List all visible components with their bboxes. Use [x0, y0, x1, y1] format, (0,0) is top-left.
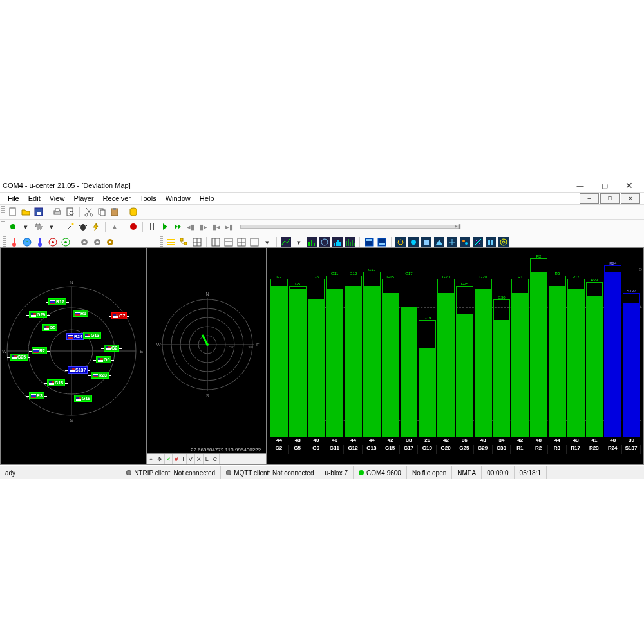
mdi-restore-button[interactable]: □: [600, 193, 620, 204]
view-g-icon[interactable]: [472, 236, 484, 248]
dev-tool-x-button[interactable]: X: [195, 454, 204, 464]
dropdown-icon[interactable]: ▾: [261, 236, 273, 248]
view-i-icon[interactable]: [498, 236, 509, 248]
print-preview-icon[interactable]: [64, 206, 76, 218]
status-ready: ady: [0, 466, 21, 479]
svg-point-78: [411, 240, 416, 245]
menu-file[interactable]: FFileile: [4, 194, 23, 202]
skip-fwd-button[interactable]: ▸▮: [223, 221, 235, 232]
dock1-icon[interactable]: [363, 236, 375, 248]
eject-icon[interactable]: ▲: [109, 221, 120, 232]
dev-tool-v-button[interactable]: V: [187, 454, 195, 464]
pause-button[interactable]: [146, 221, 158, 232]
dock2-icon[interactable]: [376, 236, 388, 248]
view-h-icon[interactable]: [485, 236, 497, 248]
menu-tools[interactable]: Tools: [136, 194, 160, 202]
signal-wave-icon[interactable]: [33, 221, 44, 232]
bug-icon[interactable]: [77, 221, 89, 232]
list-view-icon[interactable]: [166, 236, 177, 248]
chart-line-icon[interactable]: [280, 236, 292, 248]
window-minimize-button[interactable]: —: [569, 180, 591, 191]
step-back-button[interactable]: ◂▮: [185, 221, 196, 232]
step-fwd-button[interactable]: ▮▸: [198, 221, 209, 232]
toolbar-grip[interactable]: [160, 236, 163, 248]
window-close-button[interactable]: ✕: [618, 180, 640, 191]
tree-view-icon[interactable]: [178, 236, 190, 248]
dev-tool-target-icon[interactable]: ⌖: [147, 454, 155, 464]
gear-icon[interactable]: [79, 236, 90, 248]
play-button[interactable]: [159, 221, 171, 232]
player-position-slider[interactable]: ▸▮: [240, 225, 460, 229]
layout4-icon[interactable]: [249, 236, 260, 248]
dev-tool-i-button[interactable]: I: [180, 454, 187, 464]
view-c-icon[interactable]: [421, 236, 432, 248]
svg-point-22: [23, 238, 31, 246]
gear3-icon[interactable]: [104, 236, 116, 248]
window-maximize-button[interactable]: ▢: [594, 180, 616, 191]
dev-tool-lt-icon[interactable]: <: [165, 454, 173, 464]
dev-tool-move-icon[interactable]: ✥: [155, 454, 165, 464]
layout1-icon[interactable]: [210, 236, 222, 248]
view-d-icon[interactable]: [433, 236, 445, 248]
chart-spectrum-icon[interactable]: [345, 236, 356, 248]
dropdown-icon[interactable]: ▾: [293, 236, 305, 248]
print-icon[interactable]: [52, 206, 63, 218]
toolbar-grip[interactable]: [1, 206, 5, 218]
new-file-icon[interactable]: [7, 206, 19, 218]
dev-tool-c-button[interactable]: C: [211, 454, 220, 464]
dropdown-icon[interactable]: ▾: [20, 221, 32, 232]
connect-icon[interactable]: [7, 221, 19, 232]
thermometer-icon[interactable]: [8, 236, 20, 248]
signal-bar-R24: R24: [604, 248, 621, 437]
view-e-icon[interactable]: [446, 236, 458, 248]
open-file-icon[interactable]: [20, 206, 32, 218]
gear2-icon[interactable]: [91, 236, 103, 248]
menu-player[interactable]: Player: [70, 194, 97, 202]
svg-rect-56: [311, 240, 312, 246]
view-a-icon[interactable]: [395, 236, 406, 248]
svg-rect-38: [180, 238, 183, 241]
chart-bars-icon[interactable]: [332, 236, 343, 248]
dev-tool-l-button[interactable]: L: [204, 454, 211, 464]
chart-signal-icon[interactable]: [306, 236, 317, 248]
satellite-R23: R23: [91, 372, 109, 379]
menu-window[interactable]: Window: [162, 194, 194, 202]
view-f-icon[interactable]: [459, 236, 471, 248]
menu-view[interactable]: View: [46, 194, 69, 202]
menu-receiver[interactable]: Receiver: [99, 194, 135, 202]
svg-rect-45: [212, 238, 220, 246]
svg-rect-39: [184, 242, 187, 245]
signal-bar-R17: R17: [567, 248, 585, 437]
database-icon[interactable]: [128, 206, 139, 218]
copy-icon[interactable]: [96, 206, 108, 218]
dev-tool-grid-icon[interactable]: #: [173, 454, 180, 464]
layout2-icon[interactable]: [223, 236, 234, 248]
record-button[interactable]: [128, 221, 139, 232]
fast-forward-button[interactable]: [172, 221, 184, 232]
menu-help[interactable]: Help: [196, 194, 218, 202]
target-red-icon[interactable]: [47, 236, 59, 248]
wand-icon[interactable]: [64, 221, 76, 232]
menu-edit[interactable]: Edit: [24, 194, 44, 202]
table-view-icon[interactable]: [191, 236, 203, 248]
menu-bar: FFileile Edit View Player Receiver Tools…: [0, 193, 644, 205]
save-icon[interactable]: [33, 206, 44, 218]
view-b-icon[interactable]: [408, 236, 419, 248]
cut-icon[interactable]: [83, 206, 95, 218]
world-icon[interactable]: [21, 236, 33, 248]
thermometer2-icon[interactable]: [34, 236, 46, 248]
skip-back-button[interactable]: ▮◂: [211, 221, 222, 232]
svg-point-26: [52, 241, 54, 243]
toolbar-grip[interactable]: [3, 236, 6, 248]
mdi-close-button[interactable]: ×: [621, 193, 640, 204]
mdi-minimize-button[interactable]: –: [580, 193, 599, 204]
chart-radar-icon[interactable]: [319, 236, 330, 248]
layout3-icon[interactable]: [236, 236, 247, 248]
svg-line-111: [202, 335, 207, 345]
toolbar-grip[interactable]: [1, 221, 5, 232]
paste-icon[interactable]: [109, 206, 120, 218]
target-green-icon[interactable]: [60, 236, 71, 248]
lightning-icon[interactable]: [90, 221, 102, 232]
dropdown-icon[interactable]: ▾: [46, 221, 57, 232]
satellite-G2: G2: [104, 345, 119, 352]
